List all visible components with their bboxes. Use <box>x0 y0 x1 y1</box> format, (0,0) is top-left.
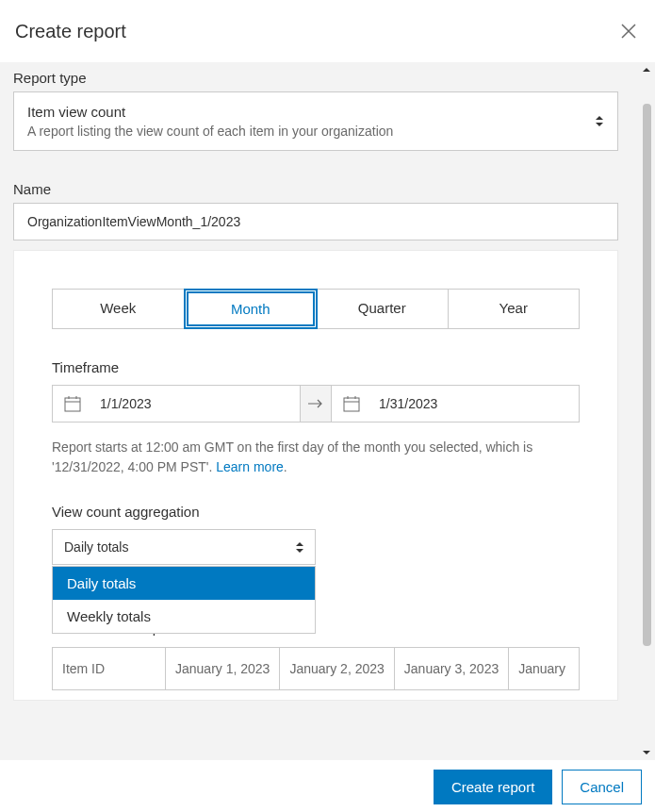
chevron-down-icon <box>642 750 651 755</box>
close-icon <box>619 22 638 41</box>
aggregation-option-weekly[interactable]: Weekly totals <box>53 600 315 633</box>
scroll-thumb[interactable] <box>643 104 651 646</box>
preview-column: January 2, 2023 <box>280 648 394 689</box>
chevron-up-icon <box>642 67 651 73</box>
scroll-up-button[interactable] <box>637 62 655 77</box>
tab-week[interactable]: Week <box>53 290 185 328</box>
learn-more-link[interactable]: Learn more <box>216 459 284 474</box>
timeframe-helper-text: Report starts at 12:00 am GMT on the fir… <box>52 438 580 477</box>
cancel-button[interactable]: Cancel <box>562 770 642 804</box>
preview-column: Item ID <box>53 648 166 689</box>
calendar-icon <box>64 395 81 412</box>
preview-column: January <box>509 648 575 689</box>
aggregation-option-daily[interactable]: Daily totals <box>53 567 315 600</box>
dialog-footer: Create report Cancel <box>0 760 655 812</box>
svg-rect-0 <box>65 398 80 411</box>
aggregation-dropdown: Daily totals Weekly totals <box>52 566 316 634</box>
name-label: Name <box>13 181 618 197</box>
start-date-value: 1/1/2023 <box>100 396 152 411</box>
report-type-select[interactable]: Item view count A report listing the vie… <box>13 91 618 151</box>
date-range-arrow <box>301 385 331 423</box>
preview-column: January 3, 2023 <box>395 648 509 689</box>
end-date-input[interactable]: 1/31/2023 <box>331 385 580 423</box>
column-preview-table: Item ID January 1, 2023 January 2, 2023 … <box>52 647 580 690</box>
end-date-value: 1/31/2023 <box>379 396 437 411</box>
create-report-button[interactable]: Create report <box>434 770 552 804</box>
select-arrows-icon <box>595 115 604 127</box>
report-config-card: Week Month Quarter Year Timeframe 1/1/20… <box>13 250 618 701</box>
report-type-selected-title: Item view count <box>27 104 595 120</box>
aggregation-selected-value: Daily totals <box>64 539 128 555</box>
scrollbar[interactable] <box>637 62 655 760</box>
svg-rect-4 <box>344 398 359 411</box>
timeframe-row: 1/1/2023 1/31/2023 <box>52 385 580 423</box>
scroll-down-button[interactable] <box>637 745 655 760</box>
period-tabs: Week Month Quarter Year <box>52 289 580 329</box>
preview-column: January 1, 2023 <box>166 648 280 689</box>
arrow-right-icon <box>307 398 324 409</box>
dialog-title: Create report <box>15 21 126 42</box>
dialog-header: Create report <box>0 0 655 62</box>
report-type-selected-desc: A report listing the view count of each … <box>27 124 595 139</box>
aggregation-select[interactable]: Daily totals Daily totals Weekly totals <box>52 529 316 565</box>
select-arrows-icon <box>296 542 303 553</box>
calendar-icon <box>343 395 360 412</box>
tab-quarter[interactable]: Quarter <box>317 290 449 328</box>
aggregation-label: View count aggregation <box>52 504 580 520</box>
start-date-input[interactable]: 1/1/2023 <box>52 385 301 423</box>
tab-month[interactable]: Month <box>184 289 319 329</box>
timeframe-label: Timeframe <box>52 359 580 375</box>
tab-year[interactable]: Year <box>449 290 580 328</box>
close-button[interactable] <box>617 20 640 42</box>
name-input[interactable] <box>13 203 618 240</box>
dialog-body: Report type Item view count A report lis… <box>0 62 655 760</box>
report-type-label: Report type <box>13 70 618 86</box>
